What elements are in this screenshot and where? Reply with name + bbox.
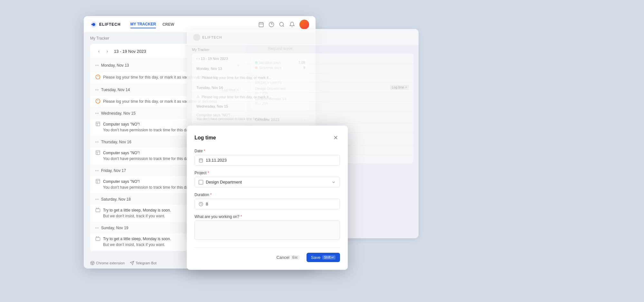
calendar-input-icon [199,158,203,163]
date-label: Date * [194,149,340,153]
chevron-down-icon [331,180,336,184]
saturday-msg-2: But we don't insist, track if you want. [103,213,171,219]
duration-input[interactable]: 8 [194,199,340,209]
notification-icon[interactable] [289,22,295,27]
date-field-group: Date * 13.11.2023 [194,149,340,165]
project-icon [199,180,203,184]
project-value: Design Department [206,180,242,184]
wednesday-msg-title: Computer says "NO"! [103,121,190,127]
svg-rect-3 [259,23,263,27]
svg-point-2 [91,24,93,25]
svg-point-1 [92,23,95,26]
sunday-msg-1: Try to get a little sleep, Monday is soo… [103,236,171,242]
bg-topbar: ELIFTECH [187,29,419,46]
chrome-label: Chrome extension [96,261,125,265]
project-label: Project * [194,171,340,175]
working-on-input[interactable] [194,221,340,240]
wednesday-msg-sub: You don't have permission to track time … [103,127,190,133]
thursday-msg-title: Computer says "NO"! [103,150,190,156]
save-button[interactable]: Save Shift ↵ [307,253,340,262]
date-value: 13.11.2023 [206,158,227,163]
logo-text: ELIFTECH [99,22,121,27]
project-select[interactable]: Design Department [194,177,340,187]
working-on-label: What are you working on? * [194,214,340,219]
logo-area: ELIFTECH [90,21,121,28]
clock-icon [199,202,203,206]
blocked-icon-3 [95,179,100,184]
duration-label: Duration * [194,193,340,197]
weekend-icon-2 [95,236,100,241]
help-icon[interactable] [269,22,274,27]
blocked-icon [95,121,100,127]
svg-rect-27 [96,238,100,241]
svg-point-9 [279,22,283,26]
warning-icon-2 [95,99,100,104]
save-label: Save [311,255,321,260]
friday-msg-sub: You don't have permission to track time … [103,184,190,190]
warning-icon [95,74,100,80]
date-input[interactable]: 13.11.2023 [194,155,340,165]
log-time-modal: Log time ✕ Date * 13.11.2023 Project * D… [187,126,348,270]
user-avatar[interactable] [299,20,309,29]
telegram-icon [130,261,134,265]
blocked-icon-2 [95,150,100,155]
calendar-icon[interactable] [258,22,264,27]
cancel-button[interactable]: Cancel Esc [272,253,303,262]
telegram-bot-link[interactable]: Telegram Bot [130,261,156,265]
nav-crew[interactable]: CREW [162,21,174,28]
duration-value: 8 [206,202,208,206]
chrome-icon [90,261,95,265]
svg-rect-20 [96,151,100,155]
thursday-msg-sub: You don't have permission to track time … [103,156,190,162]
svg-rect-23 [96,179,100,183]
sunday-msg-2: But we don't insist, track if you want. [103,242,171,248]
modal-overlay: Log time ✕ Date * 13.11.2023 Project * D… [187,126,348,270]
search-icon[interactable] [279,22,285,27]
project-field-group: Project * Design Department [194,171,340,187]
nav-tracker[interactable]: MY TRACKER [130,21,156,28]
chrome-extension-link[interactable]: Chrome extension [90,261,125,265]
modal-title: Log time [194,135,216,141]
modal-close-button[interactable]: ✕ [331,133,340,142]
modal-header: Log time ✕ [194,133,340,142]
svg-rect-17 [96,122,100,126]
telegram-label: Telegram Bot [136,261,156,265]
week-nav: ‹ › [95,48,111,55]
svg-rect-35 [199,159,203,162]
prev-week-button[interactable]: ‹ [95,48,102,55]
weekend-icon [95,207,100,212]
svg-rect-26 [96,209,100,212]
esc-badge: Esc [291,255,299,260]
svg-line-10 [283,25,284,26]
duration-field-group: Duration * 8 [194,193,340,209]
saturday-msg-1: Try to get a little sleep, Monday is soo… [103,207,171,213]
working-on-group: What are you working on? * [194,214,340,241]
svg-point-7 [269,22,274,27]
friday-msg-title: Computer says "NO"! [103,179,190,184]
modal-footer: Cancel Esc Save Shift ↵ [194,247,340,262]
logo-icon [90,21,97,28]
week-range: 13 - 19 Nov 2023 [114,49,146,54]
next-week-button[interactable]: › [104,48,111,55]
topbar-right [258,20,309,29]
shift-badge: Shift ↵ [322,255,336,260]
cancel-label: Cancel [276,255,289,260]
